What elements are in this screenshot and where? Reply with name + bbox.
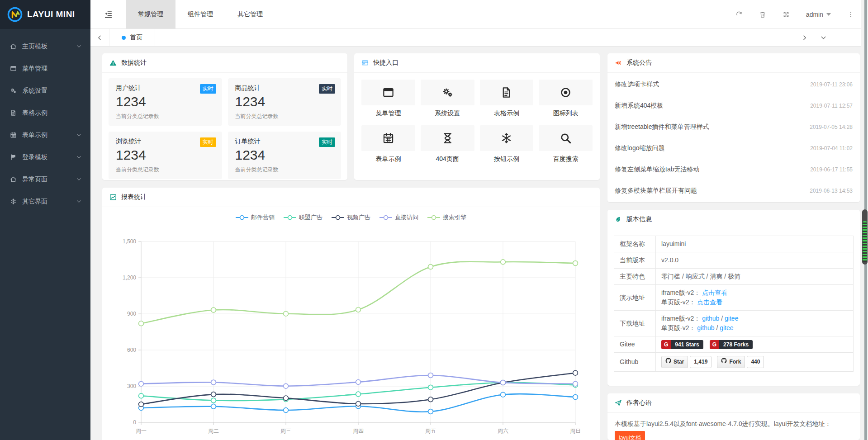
link-gitee[interactable]: gitee — [720, 324, 733, 331]
stat-card-订单统计: 订单统计实时1234当前分类总记录数 — [228, 132, 342, 179]
link-github[interactable]: github — [702, 315, 719, 322]
chart-data-point-直接访问[interactable] — [428, 373, 433, 378]
chart-data-point-搜索引擎[interactable] — [139, 321, 144, 326]
legend-item-视频广告[interactable]: 视频广告 — [332, 213, 370, 222]
legend-item-联盟广告[interactable]: 联盟广告 — [284, 213, 323, 222]
user-dropdown[interactable]: admin — [806, 11, 831, 18]
github-button: Fork — [717, 356, 745, 368]
chart-data-point-联盟广告[interactable] — [139, 393, 144, 398]
notice-item[interactable]: 修复多模块菜单栏展开有问题2019-06-13 14:53 — [607, 180, 860, 201]
legend-item-搜索引擎[interactable]: 搜索引擎 — [427, 213, 466, 222]
gitee-badge-941 Stars[interactable]: G941 Stars — [661, 340, 703, 349]
legend-item-邮件营销[interactable]: 邮件营销 — [236, 213, 275, 222]
quick-entry-菜单管理[interactable]: 菜单管理 — [361, 80, 415, 118]
y-tick-label: 900 — [127, 311, 136, 317]
chevron-down-icon — [76, 199, 81, 204]
chart-data-point-搜索引擎[interactable] — [284, 311, 289, 316]
tab-scroll-left-icon[interactable] — [90, 29, 109, 46]
chart-data-point-联盟广告[interactable] — [428, 385, 433, 390]
chart-data-point-直接访问[interactable] — [139, 381, 144, 386]
quick-entry-百度搜索[interactable]: 百度搜索 — [539, 125, 593, 163]
chart-data-point-搜索引擎[interactable] — [501, 260, 506, 265]
stat-card-value: 1234 — [116, 94, 215, 109]
sidebar-item-表格示例[interactable]: 表格示例 — [0, 102, 90, 124]
chart-data-point-直接访问[interactable] — [356, 380, 361, 385]
quick-entry-表单示例[interactable]: 表单示例 — [361, 125, 415, 163]
panel-title: 快捷入口 — [373, 59, 398, 67]
chart-data-point-邮件营销[interactable] — [428, 409, 433, 414]
sidebar-item-异常页面[interactable]: 异常页面 — [0, 168, 90, 190]
notice-item[interactable]: 新增treetable插件和菜单管理样式2019-07-05 14:28 — [607, 116, 860, 137]
home-icon — [10, 176, 22, 183]
version-table: 框架名称layuimini当前版本v2.0.0主要特色零门槛 / 响应式 / 清… — [614, 236, 854, 372]
github-badge-Fork[interactable]: Fork440 — [717, 356, 764, 368]
chart-data-point-直接访问[interactable] — [211, 380, 216, 385]
chart-data-point-联盟广告[interactable] — [211, 398, 216, 403]
notice-item[interactable]: 修复左侧菜单缩放tab无法移动2019-06-17 11:55 — [607, 159, 860, 180]
header-tab-其它管理[interactable]: 其它管理 — [225, 0, 275, 28]
quick-entry-label: 按钮示例 — [480, 155, 534, 163]
fullscreen-icon[interactable] — [783, 11, 790, 18]
chart-data-point-搜索引擎[interactable] — [428, 265, 433, 270]
panel-report-stats: 报表统计 邮件营销联盟广告视频广告直接访问搜索引擎 03006009001,20… — [102, 188, 600, 440]
link-点击查看[interactable]: 点击查看 — [697, 298, 722, 306]
top-header: 常规管理组件管理其它管理 admin — [90, 0, 868, 29]
sidebar-item-其它界面[interactable]: 其它界面 — [0, 190, 90, 213]
quick-entry-404页面[interactable]: 404页面 — [421, 125, 474, 163]
quick-entry-表格示例[interactable]: 表格示例 — [480, 80, 534, 118]
chart-data-point-邮件营销[interactable] — [501, 392, 506, 397]
notice-item[interactable]: 修改选项卡样式2019-07-11 23:06 — [607, 74, 860, 95]
chart-data-point-邮件营销[interactable] — [211, 404, 216, 409]
chart-data-point-视频广告[interactable] — [356, 402, 361, 407]
github-badge-Star[interactable]: Star1,419 — [661, 356, 711, 368]
tab-menu-icon[interactable] — [814, 29, 833, 46]
scrollbar-thumb[interactable] — [862, 209, 868, 265]
sidebar-item-登录模板[interactable]: 登录模板 — [0, 146, 90, 168]
header-tab-组件管理[interactable]: 组件管理 — [175, 0, 225, 28]
sidebar-item-表单示例[interactable]: 表单示例 — [0, 124, 90, 146]
chart-data-point-直接访问[interactable] — [284, 383, 289, 388]
link-gitee[interactable]: gitee — [725, 315, 738, 322]
calendar-icon — [10, 132, 22, 138]
layui-doc-button[interactable]: layui文档 — [615, 431, 645, 440]
y-tick-label: 600 — [127, 347, 136, 353]
sidebar-item-菜单管理[interactable]: 菜单管理 — [0, 57, 90, 80]
chart-data-point-搜索引擎[interactable] — [211, 308, 216, 312]
tab-home[interactable]: 首页 — [109, 29, 155, 46]
link-github[interactable]: github — [697, 324, 714, 331]
gitee-badge-278 Forks[interactable]: G278 Forks — [710, 340, 753, 349]
chart-data-point-视频广告[interactable] — [573, 370, 578, 375]
stat-card-用户统计: 用户统计实时1234当前分类总记录数 — [109, 78, 222, 126]
chart-data-point-搜索引擎[interactable] — [356, 308, 361, 312]
chart-data-point-邮件营销[interactable] — [573, 395, 578, 400]
chart-data-point-搜索引擎[interactable] — [573, 261, 578, 266]
trash-icon[interactable] — [759, 11, 766, 18]
chart-data-point-邮件营销[interactable] — [284, 408, 289, 413]
quick-entry-系统设置[interactable]: 系统设置 — [421, 80, 474, 118]
chart-data-point-视频广告[interactable] — [211, 392, 216, 397]
chart-data-point-联盟广告[interactable] — [356, 392, 361, 397]
chart-data-point-直接访问[interactable] — [573, 381, 578, 386]
quick-entry-图标列表[interactable]: 图标列表 — [539, 80, 593, 118]
chart-data-point-视频广告[interactable] — [284, 396, 289, 401]
link-点击查看[interactable]: 点击查看 — [702, 289, 727, 296]
stat-card-浏览统计: 浏览统计实时1234当前分类总记录数 — [109, 132, 222, 179]
notice-item[interactable]: 新增系统404模板2019-07-11 12:57 — [607, 95, 860, 116]
more-menu-icon[interactable] — [847, 11, 854, 18]
sidebar-item-系统设置[interactable]: 系统设置 — [0, 80, 90, 102]
header-tab-常规管理[interactable]: 常规管理 — [126, 0, 175, 28]
notice-item[interactable]: 修改logo缩放问题2019-07-04 11:02 — [607, 137, 860, 159]
menu-collapse-icon[interactable] — [90, 0, 126, 28]
refresh-icon[interactable] — [735, 11, 743, 18]
sidebar-item-主页模板[interactable]: 主页模板 — [0, 35, 90, 57]
legend-item-直接访问[interactable]: 直接访问 — [379, 213, 418, 222]
chart-data-point-视频广告[interactable] — [428, 397, 433, 402]
chart-data-point-视频广告[interactable] — [139, 402, 144, 407]
header-nav-tabs: 常规管理组件管理其它管理 — [126, 0, 275, 28]
quick-entry-按钮示例[interactable]: 按钮示例 — [480, 125, 534, 163]
version-row-Gitee: GiteeG941 StarsG278 Forks — [614, 336, 854, 353]
tab-scroll-right-icon[interactable] — [795, 29, 814, 46]
chart-data-point-直接访问[interactable] — [501, 380, 506, 385]
gears-icon — [10, 87, 22, 94]
sidebar-item-label: 表格示例 — [22, 109, 47, 117]
